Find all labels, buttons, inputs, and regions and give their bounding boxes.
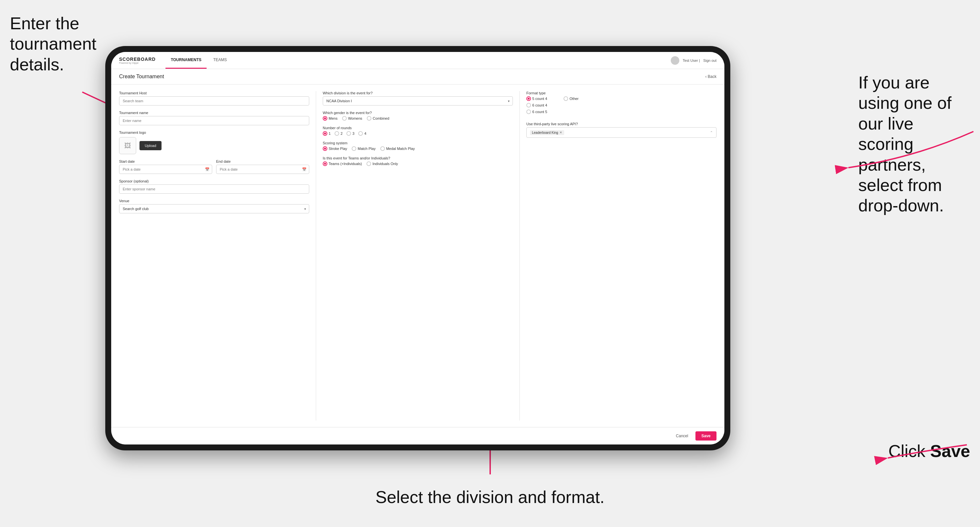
divider-1 (316, 91, 316, 421)
format-6count5-radio[interactable] (527, 110, 531, 114)
format-5count4-radio[interactable] (527, 96, 531, 101)
format-row-2: 6 count 5 (527, 110, 716, 114)
scoring-stroke-label: Stroke Play (329, 147, 347, 151)
live-scoring-tag: Leaderboard King ✕ (530, 130, 564, 135)
format-6count4[interactable]: 6 count 4 (527, 103, 547, 108)
gender-mens-label: Mens (329, 116, 337, 120)
tournament-name-input[interactable] (119, 116, 309, 125)
signout-link[interactable]: Sign out (703, 59, 716, 62)
gender-mens-radio[interactable] (323, 116, 327, 121)
annotation-topleft: Enter the tournament details. (10, 13, 102, 75)
form-col-left: Tournament Host Tournament name Tourname… (119, 91, 309, 421)
venue-label: Venue (119, 199, 309, 203)
gender-field: Which gender is the event for? Mens Wome… (323, 111, 513, 121)
start-date-field: Start date (119, 159, 212, 174)
tag-input-arrow: ⌃ (710, 130, 713, 135)
click-save-bold: Save (930, 441, 970, 460)
format-6count5[interactable]: 6 count 5 (527, 110, 547, 114)
gender-combined-label: Combined (373, 116, 389, 120)
annotation-topright: If you are using one of our live scoring… (858, 72, 970, 216)
scoring-label: Scoring system (323, 141, 513, 145)
rounds-3[interactable]: 3 (347, 131, 354, 136)
live-scoring-field: Use third-party live scoring API? Leader… (527, 122, 716, 138)
start-date-input[interactable] (119, 165, 212, 174)
format-row-0: 5 count 4 Other (527, 96, 716, 101)
gender-womens-label: Womens (348, 116, 362, 120)
format-other-radio[interactable] (563, 96, 568, 101)
scoring-field: Scoring system Stroke Play Match Play (323, 141, 513, 151)
rounds-2-radio[interactable] (334, 131, 339, 136)
event-type-individuals-radio[interactable] (366, 162, 371, 166)
tab-tournaments[interactable]: TOURNAMENTS (165, 52, 207, 69)
scoring-medal-label: Medal Match Play (386, 147, 415, 151)
format-6count4-radio[interactable] (527, 103, 531, 108)
venue-select[interactable]: Search golf club (119, 204, 309, 213)
app-logo: SCOREBOARD Powered by Clippd (119, 57, 156, 64)
format-row-1: 6 count 4 (527, 103, 716, 108)
rounds-3-radio[interactable] (347, 131, 351, 136)
form-col-middle: Which division is the event for? NCAA Di… (323, 91, 513, 421)
format-6count4-label: 6 count 4 (532, 103, 547, 107)
live-scoring-tag-close[interactable]: ✕ (560, 131, 562, 134)
form-body: Tournament Host Tournament name Tourname… (111, 84, 724, 427)
upload-button[interactable]: Upload (140, 141, 162, 150)
form-col-right: Format type 5 count 4 Other (527, 91, 716, 421)
scoring-stroke-radio[interactable] (323, 146, 327, 151)
live-scoring-tag-input[interactable]: Leaderboard King ✕ ⌃ (527, 127, 716, 138)
event-type-teams[interactable]: Teams (+Individuals) (323, 162, 362, 166)
page-title: Create Tournament (119, 74, 164, 79)
event-type-individuals[interactable]: Individuals Only (366, 162, 398, 166)
format-5count4[interactable]: 5 count 4 (527, 96, 547, 101)
gender-combined-radio[interactable] (367, 116, 371, 121)
gender-combined[interactable]: Combined (367, 116, 389, 121)
search-team-input[interactable] (119, 96, 309, 106)
scoring-match[interactable]: Match Play (352, 146, 375, 151)
rounds-1[interactable]: 1 (323, 131, 331, 136)
scoring-medal-radio[interactable] (380, 146, 385, 151)
tab-teams[interactable]: TEAMS (208, 52, 232, 69)
format-type-field: Format type 5 count 4 Other (527, 91, 716, 114)
gender-mens[interactable]: Mens (323, 116, 337, 121)
scoring-medal-match[interactable]: Medal Match Play (380, 146, 415, 151)
save-button[interactable]: Save (695, 431, 716, 441)
rounds-4[interactable]: 4 (358, 131, 366, 136)
gender-womens-radio[interactable] (342, 116, 347, 121)
sponsor-label: Sponsor (optional) (119, 179, 309, 183)
rounds-4-radio[interactable] (358, 131, 363, 136)
rounds-1-radio[interactable] (323, 131, 327, 136)
tournament-host-label: Tournament Host (119, 91, 309, 95)
format-6count5-label: 6 count 5 (532, 110, 547, 114)
tournament-name-field: Tournament name (119, 111, 309, 125)
division-field: Which division is the event for? NCAA Di… (323, 91, 513, 106)
rounds-3-label: 3 (352, 132, 354, 135)
tournament-logo-field: Tournament logo 🖼 Upload (119, 130, 309, 154)
scoring-match-radio[interactable] (352, 146, 356, 151)
rounds-2-label: 2 (340, 132, 342, 135)
format-other[interactable]: Other (563, 96, 579, 101)
gender-womens[interactable]: Womens (342, 116, 362, 121)
nav-tabs: TOURNAMENTS TEAMS (165, 52, 232, 69)
annotation-bottomcenter: Select the division and format. (375, 487, 605, 507)
tournament-host-field: Tournament Host (119, 91, 309, 106)
tablet-frame: SCOREBOARD Powered by Clippd TOURNAMENTS… (105, 46, 730, 451)
gender-radio-group: Mens Womens Combined (323, 116, 513, 121)
event-type-teams-radio[interactable] (323, 162, 327, 166)
rounds-1-label: 1 (329, 132, 331, 135)
logo-sub: Powered by Clippd (119, 62, 156, 64)
avatar (671, 56, 679, 65)
rounds-field: Number of rounds 1 2 3 (323, 126, 513, 136)
rounds-2[interactable]: 2 (334, 131, 342, 136)
logo-upload-area: 🖼 Upload (119, 137, 309, 154)
event-type-teams-label: Teams (+Individuals) (329, 162, 362, 166)
end-date-label: End date (216, 159, 309, 163)
live-scoring-tag-text: Leaderboard King (532, 131, 558, 135)
end-date-input[interactable] (216, 165, 309, 174)
scoring-stroke[interactable]: Stroke Play (323, 146, 347, 151)
division-select[interactable]: NCAA Division I (323, 96, 513, 106)
tournament-logo-label: Tournament logo (119, 130, 309, 135)
sponsor-input[interactable] (119, 184, 309, 194)
cancel-button[interactable]: Cancel (672, 432, 692, 440)
event-type-label: Is this event for Teams and/or Individua… (323, 156, 513, 160)
event-type-field: Is this event for Teams and/or Individua… (323, 156, 513, 166)
back-link[interactable]: ‹ Back (705, 74, 716, 79)
